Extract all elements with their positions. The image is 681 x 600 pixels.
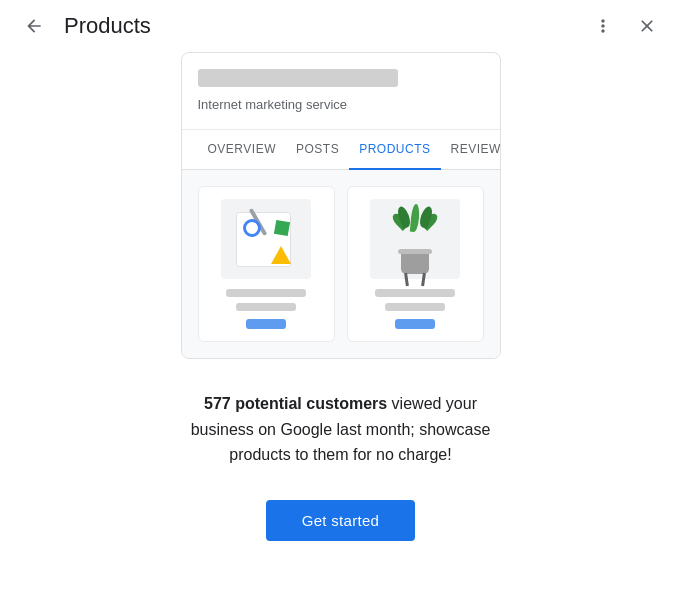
circle-shape	[243, 219, 261, 237]
more-options-button[interactable]	[585, 8, 621, 44]
page-title: Products	[64, 13, 151, 39]
product-line-desc-2	[385, 303, 445, 311]
product-card-2	[347, 186, 484, 342]
message-bold: 577 potential customers	[204, 395, 387, 412]
header: Products	[0, 0, 681, 52]
product-image-1	[221, 199, 311, 279]
pot-stand-right	[421, 273, 426, 286]
triangle-shape	[271, 246, 291, 264]
product-btn-placeholder	[246, 319, 286, 329]
business-name-placeholder	[198, 69, 398, 87]
more-vert-icon	[593, 16, 613, 36]
main-content: Internet marketing service OVERVIEW POST…	[0, 52, 681, 600]
product-image-2	[370, 199, 460, 279]
product-card-1	[198, 186, 335, 342]
header-right	[585, 8, 665, 44]
tab-reviews[interactable]: REVIEWS	[441, 130, 501, 170]
products-grid	[182, 170, 500, 358]
shapes-illustration	[231, 207, 301, 272]
card-header: Internet marketing service	[182, 53, 500, 130]
pot-body	[401, 254, 429, 274]
card-preview: Internet marketing service OVERVIEW POST…	[181, 52, 501, 359]
close-icon	[637, 16, 657, 36]
square-shape	[274, 219, 290, 235]
pot-stand-left	[404, 273, 409, 286]
message-section: 577 potential customers viewed your busi…	[171, 391, 511, 468]
business-subtitle: Internet marketing service	[198, 97, 348, 112]
product-line-title	[226, 289, 306, 297]
tab-posts[interactable]: POSTS	[286, 130, 349, 170]
plant-illustration	[385, 204, 445, 274]
close-button[interactable]	[629, 8, 665, 44]
get-started-button[interactable]: Get started	[266, 500, 416, 541]
back-icon	[24, 16, 44, 36]
product-line-title-2	[375, 289, 455, 297]
product-btn-placeholder-2	[395, 319, 435, 329]
leaf-center	[410, 204, 420, 233]
product-line-desc	[236, 303, 296, 311]
message-text: 577 potential customers viewed your busi…	[171, 391, 511, 468]
tabs-bar: OVERVIEW POSTS PRODUCTS REVIEWS	[182, 130, 500, 170]
tab-overview[interactable]: OVERVIEW	[198, 130, 286, 170]
back-button[interactable]	[16, 8, 52, 44]
tab-products[interactable]: PRODUCTS	[349, 130, 440, 170]
header-left: Products	[16, 8, 151, 44]
